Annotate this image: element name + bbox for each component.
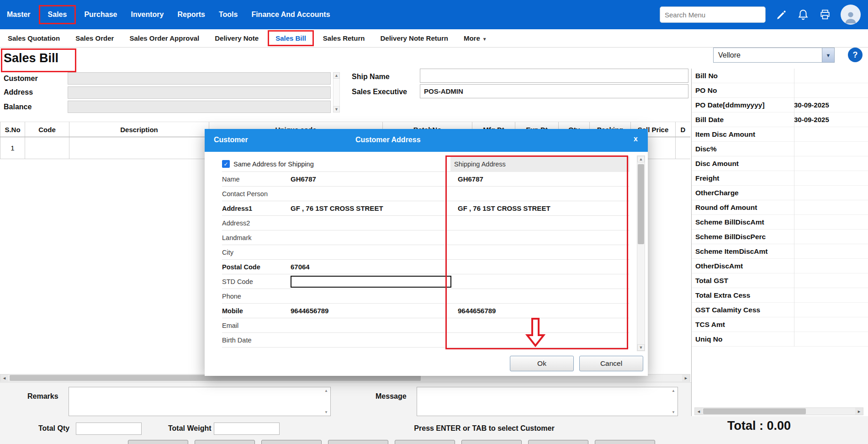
- branch-dropdown-button[interactable]: ▼: [822, 48, 834, 62]
- dialog-header: Customer Customer Address x: [205, 129, 648, 152]
- nav-sales[interactable]: Sales: [39, 5, 76, 24]
- row1-description[interactable]: [69, 137, 209, 159]
- message-textarea[interactable]: [417, 387, 678, 416]
- action-button[interactable]: [395, 440, 455, 444]
- postal-code-billing-value[interactable]: 67064: [291, 263, 454, 271]
- remarks-textarea[interactable]: [69, 387, 331, 416]
- total-gst-label: Total GST: [692, 277, 794, 285]
- subnav-sales-quotation[interactable]: Sales Quotation: [0, 30, 68, 46]
- action-button[interactable]: [595, 440, 655, 444]
- address-fields: NameGH6787GH6787 Contact Person Address1…: [222, 172, 630, 348]
- balance-field[interactable]: [68, 101, 331, 113]
- bill-date-value[interactable]: 30-09-2025: [794, 116, 829, 123]
- field-landmark: Landmark: [222, 230, 630, 245]
- action-button[interactable]: [328, 440, 388, 444]
- uniq-no-row: Uniq No: [692, 332, 868, 347]
- address-field[interactable]: [68, 86, 331, 99]
- col-description[interactable]: Description: [69, 122, 209, 137]
- address1-billing-value[interactable]: GF , 76 1ST CROSS STREET: [291, 204, 454, 212]
- po-no-row: PO No: [692, 83, 868, 98]
- nav-master[interactable]: Master: [0, 5, 37, 24]
- col-sno[interactable]: S.No: [0, 122, 25, 137]
- scroll-up-icon[interactable]: ▲: [333, 72, 340, 79]
- nav-inventory[interactable]: Inventory: [124, 5, 170, 24]
- subnav-sales-return[interactable]: Sales Return: [315, 30, 373, 46]
- scroll-down-icon[interactable]: ▼: [672, 410, 675, 414]
- action-button[interactable]: [261, 440, 322, 444]
- scroll-right-icon[interactable]: ►: [682, 374, 690, 381]
- name-billing-value[interactable]: GH6787: [291, 175, 454, 183]
- page-title: Sales Bill: [4, 51, 58, 65]
- subnav-sales-order-approval[interactable]: Sales Order Approval: [122, 30, 207, 46]
- check-icon: ✓: [223, 161, 228, 167]
- other-charge-row: OtherCharge: [692, 186, 868, 200]
- pen-icon[interactable]: [775, 8, 788, 21]
- ok-button[interactable]: Ok: [510, 356, 574, 371]
- freight-row: Freight: [692, 171, 868, 186]
- sales-executive-input[interactable]: [420, 84, 688, 98]
- bill-date-label: Bill Date: [692, 116, 794, 124]
- bell-icon[interactable]: [797, 8, 810, 21]
- same-address-checkbox[interactable]: ✓: [222, 160, 230, 168]
- total-qty-label: Total Qty: [38, 424, 69, 433]
- field-name: NameGH6787GH6787: [222, 172, 630, 187]
- mobile-shipping-value[interactable]: 9644656789: [454, 307, 630, 315]
- scroll-up-icon[interactable]: ▲: [672, 389, 675, 393]
- action-button[interactable]: [128, 440, 188, 444]
- scroll-up-icon[interactable]: ▲: [637, 156, 645, 162]
- field-postal-code: Postal Code67064: [222, 260, 630, 274]
- action-button[interactable]: [461, 440, 522, 444]
- scroll-up-icon[interactable]: ▲: [324, 389, 328, 393]
- subnav-more[interactable]: More▼: [456, 30, 495, 46]
- total-weight-input[interactable]: [214, 423, 280, 435]
- close-icon[interactable]: x: [634, 135, 638, 143]
- panel-divider: [794, 69, 794, 347]
- disc-percent-row: Disc%: [692, 142, 868, 156]
- scroll-down-icon[interactable]: ▼: [333, 106, 340, 112]
- action-button[interactable]: [195, 440, 255, 444]
- printer-icon[interactable]: [819, 8, 831, 21]
- po-date-value[interactable]: 30-09-2025: [794, 101, 829, 109]
- col-code[interactable]: Code: [25, 122, 69, 137]
- total-qty-input[interactable]: [76, 423, 142, 435]
- nav-reports[interactable]: Reports: [170, 5, 212, 24]
- scheme-itemdiscamt-row: Scheme ItemDiscAmt: [692, 244, 868, 259]
- name-shipping-value[interactable]: GH6787: [454, 175, 630, 183]
- scroll-down-icon[interactable]: ▼: [637, 344, 645, 351]
- row1-code[interactable]: [25, 137, 69, 159]
- std-code-label: STD Code: [222, 278, 291, 285]
- search-input[interactable]: [660, 6, 766, 23]
- subnav-delivery-note[interactable]: Delivery Note: [207, 30, 266, 46]
- dialog-subtitle: Customer Address: [355, 136, 421, 144]
- action-button[interactable]: [528, 440, 588, 444]
- page-title-highlight: Sales Bill: [1, 48, 76, 72]
- col-disc[interactable]: D: [676, 122, 690, 137]
- scroll-left-icon[interactable]: ◄: [695, 408, 703, 415]
- customer-field[interactable]: [68, 72, 331, 85]
- user-avatar[interactable]: [841, 5, 861, 25]
- cancel-button[interactable]: Cancel: [579, 356, 643, 371]
- row1-sno[interactable]: 1: [0, 137, 25, 159]
- mobile-billing-value[interactable]: 9644656789: [291, 307, 454, 315]
- nav-tools[interactable]: Tools: [212, 5, 244, 24]
- po-date-label: PO Date[ddmmyyyy]: [692, 101, 794, 109]
- std-code-input[interactable]: [291, 276, 451, 288]
- subnav-sales-bill[interactable]: Sales Bill: [268, 30, 314, 46]
- row1-disc[interactable]: [676, 137, 690, 159]
- scroll-left-icon[interactable]: ◄: [0, 374, 8, 381]
- textarea-scroll-rail: ▲▼: [323, 389, 329, 414]
- branch-select[interactable]: Vellore ▼: [713, 48, 835, 63]
- address1-shipping-value[interactable]: GF , 76 1ST CROSS STREET: [454, 204, 630, 212]
- scroll-down-icon[interactable]: ▼: [324, 410, 328, 414]
- nav-purchase[interactable]: Purchase: [77, 5, 124, 24]
- subnav-sales-order[interactable]: Sales Order: [68, 30, 122, 46]
- scrollbar-thumb[interactable]: [638, 164, 644, 244]
- subnav-delivery-note-return[interactable]: Delivery Note Return: [373, 30, 456, 46]
- ship-name-input[interactable]: [420, 69, 688, 83]
- total-extra-cess-label: Total Extra Cess: [692, 291, 794, 300]
- nav-finance-accounts[interactable]: Finance And Accounts: [244, 5, 337, 24]
- bill-no-row: Bill No: [692, 69, 868, 83]
- help-button[interactable]: ?: [848, 48, 863, 62]
- scroll-right-icon[interactable]: ►: [855, 408, 863, 415]
- scrollbar-thumb[interactable]: [703, 408, 806, 414]
